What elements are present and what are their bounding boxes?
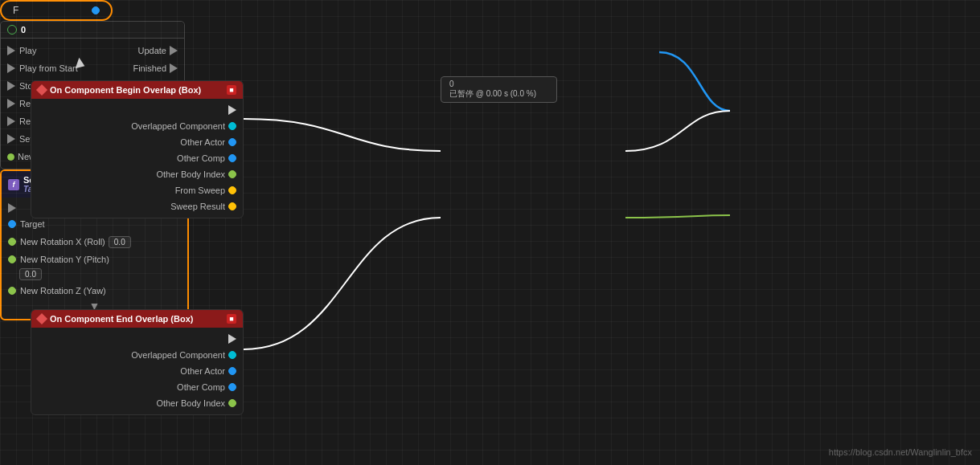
pin-dot	[228, 351, 236, 359]
pin-overlapped-component: Overlapped Component	[31, 118, 243, 134]
pin-other-actor: Other Actor	[31, 363, 243, 379]
pin-other-comp: Other Comp	[31, 150, 243, 166]
pin-dot	[228, 383, 236, 391]
pin-dot	[228, 122, 236, 130]
pin-overlapped-component: Overlapped Component	[31, 347, 243, 363]
pin-dot	[228, 170, 236, 178]
pin-dot	[228, 367, 236, 375]
node-begin-close[interactable]: ■	[227, 85, 236, 95]
pin-sweep-result: Sweep Result	[31, 198, 243, 214]
pin-other-actor: Other Actor	[31, 134, 243, 150]
watermark: https://blog.csdn.net/Wanglinlin_bfcx	[829, 447, 972, 457]
exec-arrow-icon	[228, 105, 236, 115]
node-end-header: On Component End Overlap (Box) ■	[31, 310, 243, 328]
timeline-info-line1: 0	[449, 80, 548, 88]
pin-dot	[228, 202, 236, 210]
node-begin-overlap: On Component Begin Overlap (Box) ■ Overl…	[31, 80, 244, 218]
pin-dot	[228, 186, 236, 194]
clock-icon	[7, 25, 17, 35]
pin-exec-out	[31, 331, 243, 347]
pin-from-sweep: From Sweep	[31, 182, 243, 198]
pin-dot	[228, 138, 236, 146]
event-icon	[36, 84, 47, 96]
pin-exec-out	[31, 102, 243, 118]
timeline-info-line2: 已暂停 @ 0.00 s (0.0 %)	[449, 88, 548, 100]
pin-dot	[228, 399, 236, 407]
node-begin-title: On Component Begin Overlap (Box)	[38, 85, 201, 95]
pin-dot	[228, 154, 236, 162]
node-end-close[interactable]: ■	[227, 314, 236, 324]
node-begin-header: On Component Begin Overlap (Box) ■	[31, 81, 243, 99]
timeline-info-bar: 0 已暂停 @ 0.00 s (0.0 %)	[441, 76, 557, 103]
node-end-body: Overlapped Component Other Actor Other C…	[31, 328, 243, 414]
node-begin-body: Overlapped Component Other Actor Other C…	[31, 99, 243, 218]
pin-other-body-index: Other Body Index	[31, 166, 243, 182]
exec-arrow-icon	[228, 334, 236, 344]
node-end-title: On Component End Overlap (Box)	[38, 314, 193, 324]
pin-other-body-index: Other Body Index	[31, 395, 243, 411]
node-end-overlap: On Component End Overlap (Box) ■ Overlap…	[31, 309, 244, 415]
pin-other-comp: Other Comp	[31, 379, 243, 395]
event-icon	[36, 313, 47, 324]
